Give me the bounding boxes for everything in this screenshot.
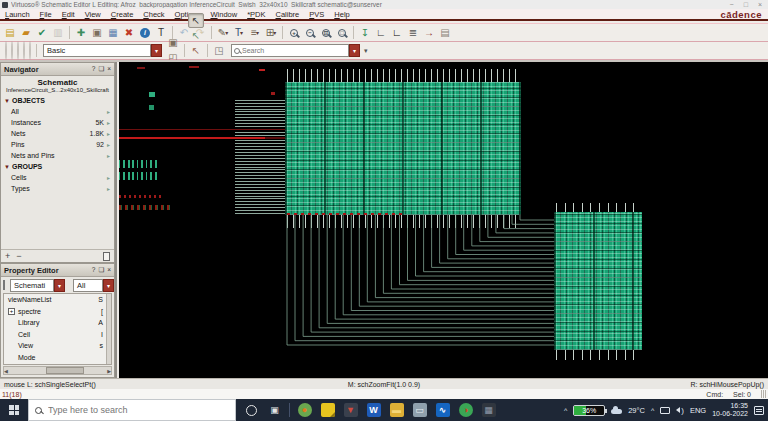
search-input[interactable] (242, 47, 346, 54)
pin-app-icon[interactable]: ▼ (339, 399, 362, 421)
navigator-float-icon[interactable]: ❏ (98, 65, 104, 73)
word-icon[interactable]: W (362, 399, 385, 421)
print-icon[interactable]: ▥ (50, 25, 66, 40)
navigator-page-icon[interactable] (103, 252, 110, 261)
synapse-array-block-2[interactable] (554, 212, 642, 350)
tray-chevron-icon[interactable]: ^ (651, 407, 654, 414)
action-center-icon[interactable] (754, 406, 764, 415)
property-filter-arrow-icon[interactable]: ▾ (103, 279, 114, 292)
property-row[interactable]: Mode (4, 352, 111, 364)
battery-widget[interactable]: 36% (573, 405, 605, 416)
menu-window[interactable]: Window (205, 10, 242, 19)
stretch-icon[interactable]: ▦ (105, 25, 121, 40)
menu-create[interactable]: Create (106, 10, 139, 19)
partial-select-icon[interactable]: ↖ (188, 28, 204, 43)
property-filter-dropdown[interactable]: All ▾ (73, 279, 114, 292)
hscroll-right-arrow-icon[interactable]: ▶ (107, 368, 111, 374)
menu-view[interactable]: View (80, 10, 106, 19)
select-mode-icon[interactable]: ↖ (188, 13, 204, 28)
create-pin-icon[interactable]: → (421, 25, 437, 40)
hierarchy-filter-icon[interactable]: ◳ (211, 43, 227, 58)
tree-section-groups[interactable]: ▼GROUPS (1, 161, 114, 172)
pin-style-dropdown-icon[interactable]: ⊞▾ (263, 25, 279, 40)
menu-launch[interactable]: Launch (0, 10, 35, 19)
hscroll-left-arrow-icon[interactable]: ◀ (4, 368, 8, 374)
wire-style-dropdown-icon[interactable]: ≡▾ (247, 25, 263, 40)
hidden-icons-chevron-icon[interactable]: ^ (564, 407, 567, 414)
delete-icon[interactable]: ✖ (121, 25, 137, 40)
schematic-canvas[interactable] (119, 62, 768, 378)
tree-item-instances[interactable]: Instances5K▸ (1, 117, 114, 128)
create-wire-icon[interactable]: ∟ (373, 25, 389, 40)
label-dropdown-icon[interactable]: T▾ (231, 25, 247, 40)
new-cellview-icon[interactable]: ▤ (2, 25, 18, 40)
redo-view-icon[interactable] (11, 41, 13, 60)
file-explorer-icon[interactable]: ▬ (385, 399, 408, 421)
property-row[interactable]: viewNameListS (4, 294, 111, 306)
cortana-icon[interactable] (240, 399, 263, 421)
previous-view-icon[interactable] (17, 41, 19, 60)
navigator-add-button[interactable]: + (5, 251, 10, 261)
zoom-fit-icon[interactable]: □ (334, 25, 350, 40)
tree-item-types[interactable]: Types▸ (1, 183, 114, 194)
weather-cloud-icon[interactable] (611, 409, 622, 415)
property-editor-titlebar[interactable]: Property Editor ? ❏ × (1, 264, 114, 277)
expand-arrow-icon[interactable]: ▸ (107, 141, 112, 148)
property-editor-close-icon[interactable]: × (107, 266, 111, 274)
move-icon[interactable]: ✚ (73, 25, 89, 40)
save-icon[interactable]: ✔ (34, 25, 50, 40)
menu-help[interactable]: Help (329, 10, 354, 19)
workspace-dropdown[interactable]: Basic ▾ (43, 44, 162, 57)
browser-icon[interactable]: ◑ (454, 399, 477, 421)
expand-plus-icon[interactable]: + (8, 308, 15, 315)
property-row[interactable]: +spectre[ (4, 306, 111, 318)
menu-edit[interactable]: Edit (57, 10, 80, 19)
property-editor-float-icon[interactable]: ❏ (98, 266, 104, 274)
task-view-icon[interactable]: ▣ (263, 399, 286, 421)
create-bus-icon[interactable]: ≣ (405, 25, 421, 40)
menu-pvs[interactable]: PVS (304, 10, 329, 19)
property-table[interactable]: viewNameListS+spectre[LibraryACellIViews… (3, 293, 112, 365)
property-row[interactable]: CellI (4, 329, 111, 341)
maximize-button[interactable]: □ (744, 1, 748, 8)
tree-section-objects[interactable]: ▼OBJECTS (1, 95, 114, 106)
close-button[interactable]: × (758, 1, 762, 8)
zoom-out-icon[interactable]: − (302, 25, 318, 40)
copy-icon[interactable]: ▣ (89, 25, 105, 40)
create-note-icon[interactable]: ▤ (437, 25, 453, 40)
property-row[interactable]: Views (4, 340, 111, 352)
navigator-help-icon[interactable]: ? (92, 65, 96, 73)
navigator-close-icon[interactable]: × (107, 65, 111, 73)
create-wide-wire-icon[interactable]: ∟ (389, 25, 405, 40)
next-view-icon[interactable] (23, 41, 25, 60)
menu-calibre[interactable]: Calibre (271, 10, 305, 19)
volume-icon[interactable]: ) (676, 406, 684, 415)
tree-item-cells[interactable]: Cells▸ (1, 172, 114, 183)
zoom-in-icon[interactable]: + (286, 25, 302, 40)
expand-arrow-icon[interactable]: ▸ (107, 152, 112, 159)
wave-app-icon[interactable]: ∿ (431, 399, 454, 421)
taskbar-search-input[interactable] (48, 405, 229, 415)
expand-arrow-icon[interactable]: ▸ (107, 108, 112, 115)
expand-arrow-icon[interactable]: ▸ (107, 130, 112, 137)
property-row[interactable]: LibraryA (4, 317, 111, 329)
tree-item-nets-and-pins[interactable]: Nets and Pins▸ (1, 150, 114, 161)
navigator-titlebar[interactable]: Navigator ? ❏ × (1, 63, 114, 76)
search-options-arrow-icon[interactable]: ▾ (364, 47, 368, 55)
probe-select-icon[interactable]: ↖ (188, 43, 204, 58)
expand-arrow-icon[interactable]: ▸ (107, 174, 112, 181)
taskbar-search[interactable] (28, 399, 236, 421)
menu-check[interactable]: Check (138, 10, 169, 19)
tree-item-pins[interactable]: Pins92▸ (1, 139, 114, 150)
undo-view-icon[interactable] (5, 41, 7, 60)
tree-item-all[interactable]: All▸ (1, 106, 114, 117)
open-icon[interactable]: ▰ (18, 25, 34, 40)
start-button[interactable] (0, 399, 28, 421)
expand-arrow-icon[interactable]: ▸ (107, 119, 112, 126)
search-dropdown-arrow-icon[interactable]: ▾ (349, 44, 360, 57)
property-mode-arrow-icon[interactable]: ▾ (54, 279, 65, 292)
refresh-view-icon[interactable] (29, 41, 31, 60)
instance-stamp-icon[interactable]: ▣ (165, 36, 181, 51)
menu-file[interactable]: File (35, 10, 57, 19)
clock[interactable]: 16:35 10-06-2022 (712, 402, 748, 418)
